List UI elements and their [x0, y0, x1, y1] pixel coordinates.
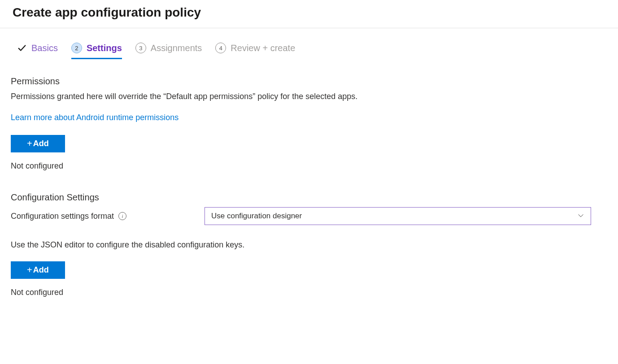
tab-settings-number: 2	[71, 43, 82, 53]
config-format-value: Use configuration designer	[211, 212, 302, 221]
json-editor-hint: Use the JSON editor to configure the dis…	[11, 240, 607, 250]
learn-more-permissions-link[interactable]: Learn more about Android runtime permiss…	[11, 113, 178, 122]
tab-basics[interactable]: Basics	[17, 43, 58, 59]
tab-assignments[interactable]: 3 Assignments	[135, 43, 202, 59]
add-permissions-button[interactable]: +Add	[11, 135, 65, 152]
chevron-down-icon	[577, 212, 584, 221]
tab-assignments-label: Assignments	[151, 43, 202, 53]
tab-review[interactable]: 4 Review + create	[215, 43, 295, 59]
config-format-dropdown[interactable]: Use configuration designer	[205, 207, 591, 225]
config-settings-heading: Configuration Settings	[11, 192, 607, 203]
permissions-heading: Permissions	[11, 76, 607, 87]
wizard-tabs: Basics 2 Settings 3 Assignments 4 Review…	[11, 28, 607, 59]
tab-review-number: 4	[215, 43, 226, 53]
tab-assignments-number: 3	[135, 43, 146, 53]
add-config-button[interactable]: +Add	[11, 261, 65, 279]
tab-settings[interactable]: 2 Settings	[71, 43, 122, 59]
config-status: Not configured	[11, 288, 607, 297]
permissions-status: Not configured	[11, 161, 607, 171]
info-icon[interactable]: i	[118, 212, 126, 220]
plus-icon: +	[27, 265, 32, 275]
config-format-label: Configuration settings format i	[11, 212, 205, 221]
page-title: Create app configuration policy	[13, 5, 605, 20]
tab-basics-label: Basics	[31, 43, 58, 53]
plus-icon: +	[27, 139, 32, 149]
tab-review-label: Review + create	[231, 43, 295, 53]
check-icon	[17, 43, 27, 53]
permissions-description: Permissions granted here will override t…	[11, 91, 607, 102]
tab-settings-label: Settings	[87, 43, 122, 53]
